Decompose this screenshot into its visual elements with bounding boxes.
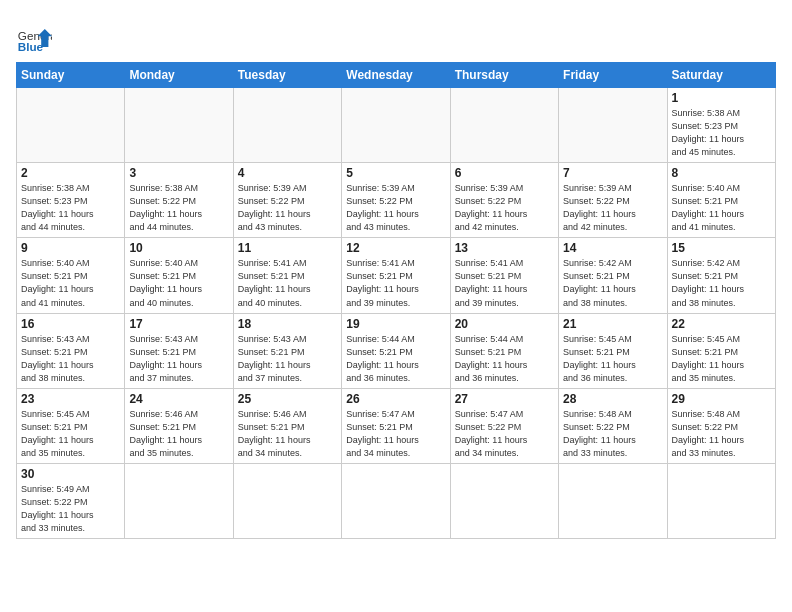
day-info: Sunrise: 5:48 AMSunset: 5:22 PMDaylight:…	[563, 408, 662, 460]
day-info: Sunrise: 5:40 AMSunset: 5:21 PMDaylight:…	[21, 257, 120, 309]
calendar-cell: 19Sunrise: 5:44 AMSunset: 5:21 PMDayligh…	[342, 313, 450, 388]
calendar-cell: 7Sunrise: 5:39 AMSunset: 5:22 PMDaylight…	[559, 163, 667, 238]
day-number: 5	[346, 166, 445, 180]
calendar-cell: 2Sunrise: 5:38 AMSunset: 5:23 PMDaylight…	[17, 163, 125, 238]
calendar-cell: 15Sunrise: 5:42 AMSunset: 5:21 PMDayligh…	[667, 238, 775, 313]
day-info: Sunrise: 5:45 AMSunset: 5:21 PMDaylight:…	[21, 408, 120, 460]
calendar-cell: 22Sunrise: 5:45 AMSunset: 5:21 PMDayligh…	[667, 313, 775, 388]
calendar-cell	[559, 88, 667, 163]
day-info: Sunrise: 5:46 AMSunset: 5:21 PMDaylight:…	[238, 408, 337, 460]
calendar-cell: 17Sunrise: 5:43 AMSunset: 5:21 PMDayligh…	[125, 313, 233, 388]
svg-text:Blue: Blue	[18, 40, 44, 53]
calendar-cell: 27Sunrise: 5:47 AMSunset: 5:22 PMDayligh…	[450, 388, 558, 463]
day-info: Sunrise: 5:38 AMSunset: 5:22 PMDaylight:…	[129, 182, 228, 234]
calendar-cell	[450, 88, 558, 163]
calendar-cell: 20Sunrise: 5:44 AMSunset: 5:21 PMDayligh…	[450, 313, 558, 388]
day-info: Sunrise: 5:47 AMSunset: 5:22 PMDaylight:…	[455, 408, 554, 460]
day-number: 25	[238, 392, 337, 406]
day-number: 13	[455, 241, 554, 255]
calendar-cell: 25Sunrise: 5:46 AMSunset: 5:21 PMDayligh…	[233, 388, 341, 463]
day-number: 21	[563, 317, 662, 331]
calendar-cell: 9Sunrise: 5:40 AMSunset: 5:21 PMDaylight…	[17, 238, 125, 313]
day-number: 18	[238, 317, 337, 331]
day-info: Sunrise: 5:43 AMSunset: 5:21 PMDaylight:…	[129, 333, 228, 385]
calendar-cell: 24Sunrise: 5:46 AMSunset: 5:21 PMDayligh…	[125, 388, 233, 463]
day-info: Sunrise: 5:40 AMSunset: 5:21 PMDaylight:…	[672, 182, 771, 234]
day-number: 27	[455, 392, 554, 406]
weekday-header-monday: Monday	[125, 63, 233, 88]
day-info: Sunrise: 5:41 AMSunset: 5:21 PMDaylight:…	[455, 257, 554, 309]
weekday-header-tuesday: Tuesday	[233, 63, 341, 88]
day-number: 24	[129, 392, 228, 406]
calendar-cell	[233, 463, 341, 538]
calendar-cell	[125, 88, 233, 163]
calendar-cell: 12Sunrise: 5:41 AMSunset: 5:21 PMDayligh…	[342, 238, 450, 313]
calendar-body: 1Sunrise: 5:38 AMSunset: 5:23 PMDaylight…	[17, 88, 776, 539]
day-number: 6	[455, 166, 554, 180]
week-row-6: 30Sunrise: 5:49 AMSunset: 5:22 PMDayligh…	[17, 463, 776, 538]
day-number: 1	[672, 91, 771, 105]
day-number: 8	[672, 166, 771, 180]
calendar-cell	[559, 463, 667, 538]
week-row-2: 2Sunrise: 5:38 AMSunset: 5:23 PMDaylight…	[17, 163, 776, 238]
day-info: Sunrise: 5:41 AMSunset: 5:21 PMDaylight:…	[346, 257, 445, 309]
day-number: 16	[21, 317, 120, 331]
day-info: Sunrise: 5:43 AMSunset: 5:21 PMDaylight:…	[21, 333, 120, 385]
weekday-header-friday: Friday	[559, 63, 667, 88]
day-info: Sunrise: 5:47 AMSunset: 5:21 PMDaylight:…	[346, 408, 445, 460]
calendar-cell: 21Sunrise: 5:45 AMSunset: 5:21 PMDayligh…	[559, 313, 667, 388]
day-info: Sunrise: 5:46 AMSunset: 5:21 PMDaylight:…	[129, 408, 228, 460]
calendar-cell	[17, 88, 125, 163]
day-info: Sunrise: 5:39 AMSunset: 5:22 PMDaylight:…	[563, 182, 662, 234]
calendar-cell: 16Sunrise: 5:43 AMSunset: 5:21 PMDayligh…	[17, 313, 125, 388]
calendar-cell: 5Sunrise: 5:39 AMSunset: 5:22 PMDaylight…	[342, 163, 450, 238]
day-number: 22	[672, 317, 771, 331]
calendar-cell: 10Sunrise: 5:40 AMSunset: 5:21 PMDayligh…	[125, 238, 233, 313]
calendar-cell	[125, 463, 233, 538]
logo-icon: General Blue	[16, 20, 52, 56]
day-number: 30	[21, 467, 120, 481]
week-row-3: 9Sunrise: 5:40 AMSunset: 5:21 PMDaylight…	[17, 238, 776, 313]
day-number: 9	[21, 241, 120, 255]
week-row-1: 1Sunrise: 5:38 AMSunset: 5:23 PMDaylight…	[17, 88, 776, 163]
calendar-cell: 13Sunrise: 5:41 AMSunset: 5:21 PMDayligh…	[450, 238, 558, 313]
calendar-cell: 4Sunrise: 5:39 AMSunset: 5:22 PMDaylight…	[233, 163, 341, 238]
weekday-header-wednesday: Wednesday	[342, 63, 450, 88]
day-info: Sunrise: 5:42 AMSunset: 5:21 PMDaylight:…	[563, 257, 662, 309]
day-number: 11	[238, 241, 337, 255]
day-number: 17	[129, 317, 228, 331]
day-info: Sunrise: 5:44 AMSunset: 5:21 PMDaylight:…	[455, 333, 554, 385]
day-number: 20	[455, 317, 554, 331]
day-info: Sunrise: 5:39 AMSunset: 5:22 PMDaylight:…	[455, 182, 554, 234]
weekday-header-row: SundayMondayTuesdayWednesdayThursdayFrid…	[17, 63, 776, 88]
calendar-cell: 6Sunrise: 5:39 AMSunset: 5:22 PMDaylight…	[450, 163, 558, 238]
calendar-cell: 3Sunrise: 5:38 AMSunset: 5:22 PMDaylight…	[125, 163, 233, 238]
day-number: 2	[21, 166, 120, 180]
day-info: Sunrise: 5:44 AMSunset: 5:21 PMDaylight:…	[346, 333, 445, 385]
day-info: Sunrise: 5:41 AMSunset: 5:21 PMDaylight:…	[238, 257, 337, 309]
calendar-cell: 18Sunrise: 5:43 AMSunset: 5:21 PMDayligh…	[233, 313, 341, 388]
weekday-header-thursday: Thursday	[450, 63, 558, 88]
day-info: Sunrise: 5:49 AMSunset: 5:22 PMDaylight:…	[21, 483, 120, 535]
day-number: 12	[346, 241, 445, 255]
day-number: 23	[21, 392, 120, 406]
calendar-cell: 30Sunrise: 5:49 AMSunset: 5:22 PMDayligh…	[17, 463, 125, 538]
header: General Blue	[16, 16, 776, 56]
weekday-header-saturday: Saturday	[667, 63, 775, 88]
week-row-4: 16Sunrise: 5:43 AMSunset: 5:21 PMDayligh…	[17, 313, 776, 388]
day-info: Sunrise: 5:39 AMSunset: 5:22 PMDaylight:…	[238, 182, 337, 234]
calendar-cell: 11Sunrise: 5:41 AMSunset: 5:21 PMDayligh…	[233, 238, 341, 313]
week-row-5: 23Sunrise: 5:45 AMSunset: 5:21 PMDayligh…	[17, 388, 776, 463]
calendar-table: SundayMondayTuesdayWednesdayThursdayFrid…	[16, 62, 776, 539]
day-number: 10	[129, 241, 228, 255]
day-number: 3	[129, 166, 228, 180]
day-info: Sunrise: 5:38 AMSunset: 5:23 PMDaylight:…	[21, 182, 120, 234]
day-info: Sunrise: 5:38 AMSunset: 5:23 PMDaylight:…	[672, 107, 771, 159]
day-number: 29	[672, 392, 771, 406]
day-info: Sunrise: 5:39 AMSunset: 5:22 PMDaylight:…	[346, 182, 445, 234]
day-info: Sunrise: 5:40 AMSunset: 5:21 PMDaylight:…	[129, 257, 228, 309]
calendar-cell: 14Sunrise: 5:42 AMSunset: 5:21 PMDayligh…	[559, 238, 667, 313]
day-info: Sunrise: 5:48 AMSunset: 5:22 PMDaylight:…	[672, 408, 771, 460]
calendar-cell	[450, 463, 558, 538]
calendar-cell: 26Sunrise: 5:47 AMSunset: 5:21 PMDayligh…	[342, 388, 450, 463]
